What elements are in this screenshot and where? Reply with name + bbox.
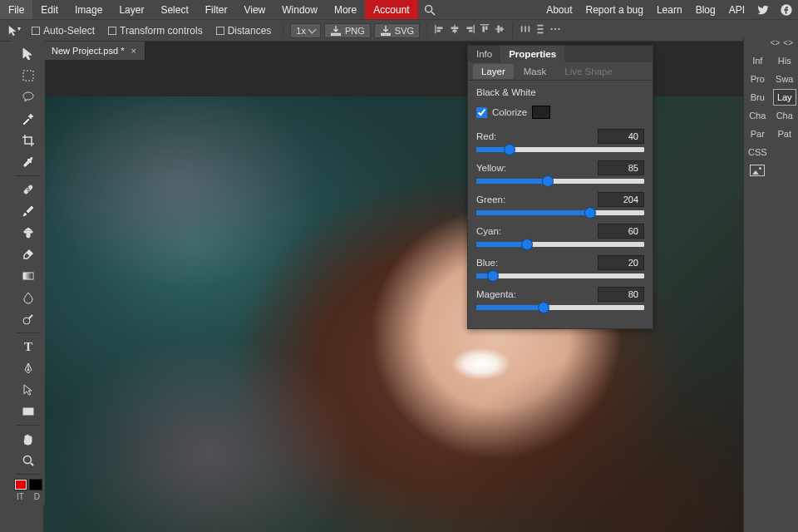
opt-transform-controls[interactable]: Transform controls bbox=[103, 25, 208, 37]
document-tab[interactable]: New Project.psd * × bbox=[43, 42, 145, 60]
slider-track[interactable] bbox=[476, 305, 644, 310]
move-tool[interactable] bbox=[17, 44, 40, 64]
slider-value[interactable]: 204 bbox=[598, 192, 644, 207]
path-select-tool[interactable] bbox=[17, 380, 40, 400]
rectangle-tool[interactable] bbox=[17, 401, 40, 421]
type-tool[interactable]: T bbox=[17, 337, 40, 357]
svg-point-26 bbox=[558, 28, 559, 30]
crop-tool[interactable] bbox=[17, 131, 40, 150]
colorize-color-swatch[interactable] bbox=[532, 106, 550, 119]
menu-view[interactable]: View bbox=[235, 0, 273, 19]
hand-tool[interactable] bbox=[17, 429, 40, 449]
opt-distances-label: Distances bbox=[228, 25, 272, 37]
zoom-tool[interactable] bbox=[17, 451, 40, 470]
slider-thumb[interactable] bbox=[522, 239, 532, 249]
slider-track[interactable] bbox=[476, 273, 644, 278]
color-swatches[interactable] bbox=[14, 479, 42, 490]
collapse-left-icon[interactable]: <> bbox=[771, 38, 781, 50]
dock-tab-par[interactable]: Par bbox=[746, 126, 770, 142]
panel-tab-info[interactable]: Info bbox=[468, 46, 500, 62]
dock-tab-bru[interactable]: Bru bbox=[746, 89, 770, 106]
export-svg-button[interactable]: SVG bbox=[374, 23, 420, 38]
dock-tab-cha[interactable]: Cha bbox=[773, 107, 797, 124]
slider-value[interactable]: 20 bbox=[598, 255, 644, 270]
slider-track[interactable] bbox=[476, 147, 644, 152]
magic-wand-tool[interactable] bbox=[17, 109, 40, 129]
dock-tab-pro[interactable]: Pro bbox=[746, 71, 770, 87]
distribute-h-icon[interactable] bbox=[520, 23, 531, 37]
menu-about[interactable]: About bbox=[539, 0, 579, 19]
colorize-checkbox[interactable] bbox=[476, 107, 487, 118]
menu-api[interactable]: API bbox=[722, 0, 751, 19]
align-right-icon[interactable] bbox=[464, 23, 475, 37]
facebook-icon[interactable] bbox=[775, 0, 798, 19]
dock-tab-css[interactable]: CSS bbox=[746, 144, 770, 160]
image-preview-icon[interactable] bbox=[750, 165, 765, 176]
menu-window[interactable]: Window bbox=[273, 0, 326, 19]
search-icon[interactable] bbox=[418, 0, 441, 19]
twitter-icon[interactable] bbox=[751, 0, 775, 19]
clone-stamp-tool[interactable] bbox=[17, 223, 40, 243]
distribute-v-icon[interactable] bbox=[534, 23, 546, 37]
slider-thumb[interactable] bbox=[505, 145, 515, 155]
dock-tab-cha[interactable]: Cha bbox=[746, 107, 770, 124]
zoom-select[interactable]: 1x bbox=[290, 23, 321, 38]
menu-bar: File Edit Image Layer Select Filter View… bbox=[0, 0, 798, 20]
menu-filter[interactable]: Filter bbox=[197, 0, 236, 19]
opt-transform-controls-label: Transform controls bbox=[120, 25, 203, 37]
subtab-mask[interactable]: Mask bbox=[515, 64, 554, 79]
opt-distances[interactable]: Distances bbox=[211, 25, 277, 37]
background-color[interactable] bbox=[29, 479, 42, 490]
align-left-icon[interactable] bbox=[434, 23, 446, 37]
align-middle-icon[interactable] bbox=[494, 23, 505, 37]
menu-account[interactable]: Account bbox=[365, 0, 417, 19]
dock-tab-lay[interactable]: Lay bbox=[773, 89, 797, 106]
eyedropper-tool[interactable] bbox=[17, 152, 40, 172]
menu-more[interactable]: More bbox=[326, 0, 365, 19]
menu-learn[interactable]: Learn bbox=[650, 0, 689, 19]
menu-image[interactable]: Image bbox=[66, 0, 111, 19]
slider-thumb[interactable] bbox=[488, 271, 498, 281]
eraser-tool[interactable] bbox=[17, 244, 40, 264]
slider-thumb[interactable] bbox=[543, 176, 553, 186]
align-top-icon[interactable] bbox=[479, 23, 490, 37]
pen-tool[interactable] bbox=[17, 358, 40, 378]
subtab-layer[interactable]: Layer bbox=[473, 64, 514, 79]
close-tab-icon[interactable]: × bbox=[131, 46, 135, 56]
menu-blog[interactable]: Blog bbox=[689, 0, 722, 19]
dock-tab-his[interactable]: His bbox=[773, 52, 797, 69]
slider-thumb[interactable] bbox=[539, 303, 549, 313]
brush-tool[interactable] bbox=[17, 201, 40, 221]
collapse-right-icon[interactable]: <> bbox=[783, 38, 793, 50]
dodge-tool[interactable] bbox=[17, 309, 40, 329]
blur-tool[interactable] bbox=[17, 288, 40, 308]
slider-thumb[interactable] bbox=[585, 208, 595, 218]
slider-value[interactable]: 40 bbox=[598, 129, 644, 144]
menu-select[interactable]: Select bbox=[152, 0, 196, 19]
more-align-icon[interactable] bbox=[549, 23, 561, 37]
dock-tab-inf[interactable]: Inf bbox=[746, 52, 770, 69]
marquee-tool[interactable] bbox=[17, 66, 40, 86]
foreground-color[interactable] bbox=[14, 479, 27, 490]
align-center-h-icon[interactable] bbox=[449, 23, 461, 37]
healing-tool[interactable] bbox=[17, 180, 40, 200]
slider-track[interactable] bbox=[476, 179, 644, 184]
slider-value[interactable]: 85 bbox=[598, 160, 644, 175]
slider-value[interactable]: 60 bbox=[598, 224, 644, 239]
dock-tab-pat[interactable]: Pat bbox=[773, 126, 797, 142]
export-png-button[interactable]: PNG bbox=[324, 23, 371, 38]
svg-rect-32 bbox=[23, 408, 33, 415]
menu-file[interactable]: File bbox=[0, 0, 32, 19]
slider-value[interactable]: 80 bbox=[598, 287, 644, 302]
dock-tab-swa[interactable]: Swa bbox=[773, 71, 797, 87]
canvas[interactable] bbox=[43, 96, 798, 532]
panel-tab-properties[interactable]: Properties bbox=[500, 46, 564, 62]
menu-layer[interactable]: Layer bbox=[111, 0, 152, 19]
menu-report[interactable]: Report a bug bbox=[579, 0, 650, 19]
opt-auto-select[interactable]: Auto-Select bbox=[27, 25, 100, 37]
lasso-tool[interactable] bbox=[17, 87, 40, 107]
menu-edit[interactable]: Edit bbox=[32, 0, 66, 19]
gradient-tool[interactable] bbox=[17, 266, 40, 286]
slider-track[interactable] bbox=[476, 242, 644, 247]
slider-track[interactable] bbox=[476, 210, 644, 215]
